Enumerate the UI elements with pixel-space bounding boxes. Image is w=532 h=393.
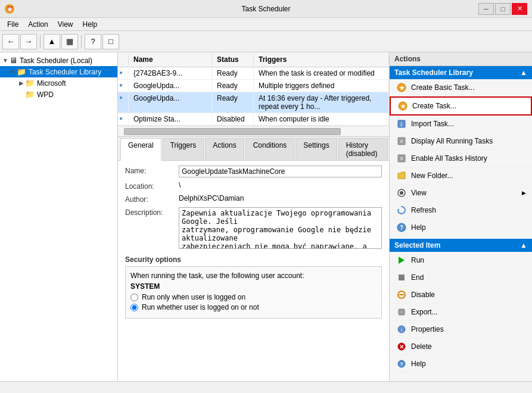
tab-triggers[interactable]: Triggers [163,138,204,160]
description-label: Description: [125,207,179,217]
tree-label-library: Task Scheduler Library [29,68,101,76]
action-new-folder[interactable]: New Folder... [390,167,532,185]
svg-rect-16 [399,275,405,280]
tree-item-library[interactable]: ▼ 📁 Task Scheduler Library [0,66,117,77]
detail-row-location: Location: \ [125,181,382,191]
refresh-label: Refresh [411,206,436,214]
author-label: Author: [125,194,179,204]
delete-label: Delete [411,342,432,351]
about-button[interactable]: □ [102,34,119,49]
app-icon: ⏰ [5,4,14,14]
menu-help[interactable]: Help [78,19,102,30]
table-row[interactable]: ● GoogleUpda... Ready At 16:36 every day… [118,92,389,113]
library-collapse-icon[interactable]: ▲ [520,68,527,77]
menu-file[interactable]: File [2,19,23,30]
detail-row-author: Author: DelphiXsPC\Damian [125,194,382,204]
tab-conditions[interactable]: Conditions [245,138,295,160]
action-refresh[interactable]: Refresh [390,202,532,219]
col-header-status[interactable]: Status [212,54,254,65]
actions-panel-header: Actions [390,52,532,66]
main-layout: ▼ 🖥 Task Scheduler (Local) ▼ 📁 Task Sche… [0,52,532,381]
radio-whether-logged[interactable] [130,304,138,311]
help-selected-label: Help [411,360,426,368]
detail-content: Name: Location: \ Author: DelphiXsPC\Dam… [118,161,389,381]
back-button[interactable]: ← [2,34,19,49]
row-icon-3: ● [118,113,129,125]
maximize-button[interactable]: □ [495,3,511,15]
name-label: Name: [125,166,179,175]
show-hide-button[interactable]: ▦ [61,34,78,49]
action-disable[interactable]: Disable [390,286,532,304]
export-label: Export... [411,308,438,316]
action-create-basic[interactable]: ★ Create Basic Task... [390,79,532,96]
tab-history[interactable]: History (disabled) [338,138,388,160]
svg-marker-12 [398,208,400,210]
title-bar-left: ⏰ [5,4,14,14]
action-delete[interactable]: ✕ Delete [390,338,532,355]
end-icon [396,272,407,283]
svg-point-11 [400,191,403,195]
display-running-icon: ≡ [396,135,407,147]
tabs-bar: General Triggers Actions Conditions Sett… [118,137,389,161]
forward-button[interactable]: → [20,34,37,49]
row-trigger-2: At 16:36 every day - After triggered, re… [254,92,389,113]
tree-item-wpd[interactable]: ▶ 📁 WPD [0,89,117,100]
action-run[interactable]: Run [390,252,532,269]
import-task-label: Import Task... [411,120,454,128]
action-view[interactable]: View ▶ [390,185,532,202]
new-folder-icon [396,170,407,182]
action-import-task[interactable]: ⇩ Import Task... [390,116,532,133]
action-export[interactable]: Export... [390,304,532,321]
tree-item-microsoft[interactable]: ▶ 📁 Microsoft [0,77,117,89]
tree-label-wpd: WPD [37,91,54,99]
table-row[interactable]: ● {2742BAE3-9... Ready When the task is … [118,67,389,80]
view-label: View [411,189,427,197]
action-create-task[interactable]: ★ Create Task... [390,96,532,116]
detail-row-description: Description: Zapewnia aktualizacje Twoje… [125,207,382,251]
action-display-running[interactable]: ≡ Display All Running Tasks [390,133,532,150]
row-trigger-1: Multiple triggers defined [254,80,389,92]
h-scroll-area[interactable] [118,126,389,136]
minimize-button[interactable]: ─ [478,3,494,15]
tree-item-root[interactable]: ▼ 🖥 Task Scheduler (Local) [0,55,117,66]
col-header-triggers[interactable]: Triggers [254,54,389,65]
action-end[interactable]: End [390,269,532,286]
table-row[interactable]: ● GoogleUpda... Ready Multiple triggers … [118,80,389,92]
radio-logged-on[interactable] [130,294,138,301]
col-header-name[interactable]: Name [129,54,212,65]
run-label: Run [411,256,424,264]
table-row[interactable]: ● Optimize Sta... Disabled When computer… [118,113,389,126]
description-textarea[interactable]: Zapewnia aktualizacje Twojego oprogramow… [179,207,382,249]
tab-settings[interactable]: Settings [295,138,337,160]
action-enable-history[interactable]: ≡ Enable All Tasks History [390,150,532,167]
action-help-selected[interactable]: ? Help [390,355,532,373]
tree-label-microsoft: Microsoft [37,79,66,88]
action-properties[interactable]: i Properties [390,321,532,338]
tab-general[interactable]: General [120,138,161,161]
menu-action[interactable]: Action [23,19,52,30]
help-toolbar-button[interactable]: ? [85,34,101,49]
svg-text:≡: ≡ [400,156,403,161]
action-help-library[interactable]: ? Help [390,219,532,236]
window-title: Task Scheduler [0,5,532,13]
properties-icon: i [396,323,407,335]
security-text: When running the task, use the following… [130,272,377,280]
toolbar-separator-1 [40,35,41,48]
close-button[interactable]: ✕ [512,3,527,15]
svg-text:⇩: ⇩ [399,121,404,127]
selected-collapse-icon[interactable]: ▲ [520,241,527,249]
svg-text:?: ? [400,361,403,367]
up-button[interactable]: ▲ [43,34,60,49]
svg-text:?: ? [400,224,403,231]
refresh-icon [396,204,407,216]
name-input[interactable] [179,166,382,177]
h-scrollbar-thumb[interactable] [124,128,341,135]
menu-view[interactable]: View [53,19,78,30]
help-library-label: Help [411,223,426,232]
toolbar-separator-2 [81,35,82,48]
tab-actions[interactable]: Actions [205,138,244,160]
radio-label-whether-logged: Run whether user is logged on or not [142,303,259,311]
user-account-value: SYSTEM [130,282,377,291]
export-icon [396,306,407,318]
expand-arrow-root: ▼ [2,57,8,64]
